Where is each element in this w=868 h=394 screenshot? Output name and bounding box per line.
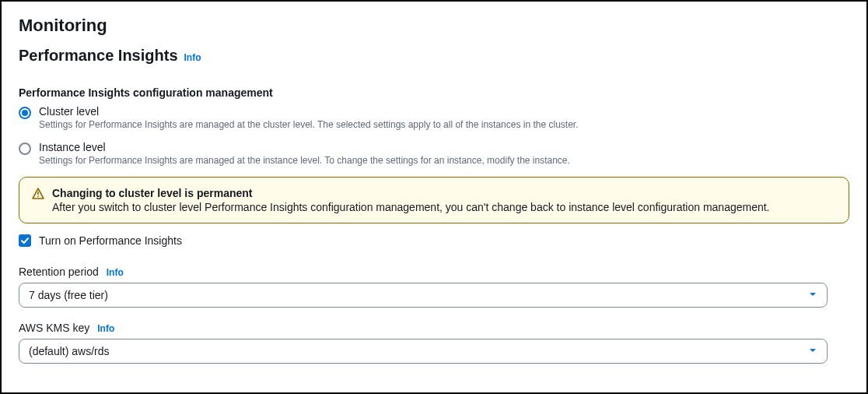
radio-option-instance-level[interactable]: Instance level Settings for Performance … (19, 141, 849, 166)
caret-down-icon (808, 345, 817, 357)
monitoring-panel: Monitoring Performance Insights Info Per… (0, 0, 868, 394)
retention-period-label: Retention period (19, 266, 99, 278)
warning-alert: Changing to cluster level is permanent A… (19, 177, 849, 223)
kms-key-field: AWS KMS key Info (default) aws/rds (19, 322, 849, 364)
config-management-group-label: Performance Insights configuration manag… (19, 86, 849, 99)
kms-key-select[interactable]: (default) aws/rds (19, 339, 828, 364)
turn-on-performance-insights-label: Turn on Performance Insights (39, 234, 182, 247)
warning-alert-body: After you switch to cluster level Perfor… (52, 201, 770, 213)
retention-period-field: Retention period Info 7 days (free tier) (19, 266, 849, 308)
kms-key-info-link[interactable]: Info (97, 323, 114, 334)
radio-cluster-level-label: Cluster level (39, 105, 579, 118)
radio-instance-level-desc: Settings for Performance Insights are ma… (39, 155, 570, 166)
retention-period-value: 7 days (free tier) (29, 289, 108, 301)
svg-rect-1 (37, 196, 39, 198)
performance-insights-header: Performance Insights Info (19, 47, 849, 65)
turn-on-performance-insights-row[interactable]: Turn on Performance Insights (19, 234, 849, 247)
radio-option-cluster-level[interactable]: Cluster level Settings for Performance I… (19, 105, 849, 130)
warning-icon (32, 188, 44, 213)
page-title: Monitoring (19, 16, 849, 36)
radio-instance-level[interactable] (19, 142, 31, 155)
check-icon (20, 236, 30, 245)
kms-key-value: (default) aws/rds (29, 345, 109, 357)
turn-on-performance-insights-checkbox[interactable] (19, 234, 31, 247)
performance-insights-info-link[interactable]: Info (184, 52, 201, 63)
svg-rect-0 (37, 192, 39, 195)
kms-key-label: AWS KMS key (19, 322, 89, 334)
retention-period-info-link[interactable]: Info (107, 267, 124, 278)
radio-instance-level-label: Instance level (39, 141, 570, 153)
radio-cluster-level[interactable] (19, 107, 31, 119)
caret-down-icon (808, 289, 817, 301)
warning-alert-title: Changing to cluster level is permanent (52, 187, 770, 199)
radio-cluster-level-desc: Settings for Performance Insights are ma… (39, 119, 579, 130)
performance-insights-title: Performance Insights (19, 47, 178, 65)
retention-period-select[interactable]: 7 days (free tier) (19, 283, 828, 308)
